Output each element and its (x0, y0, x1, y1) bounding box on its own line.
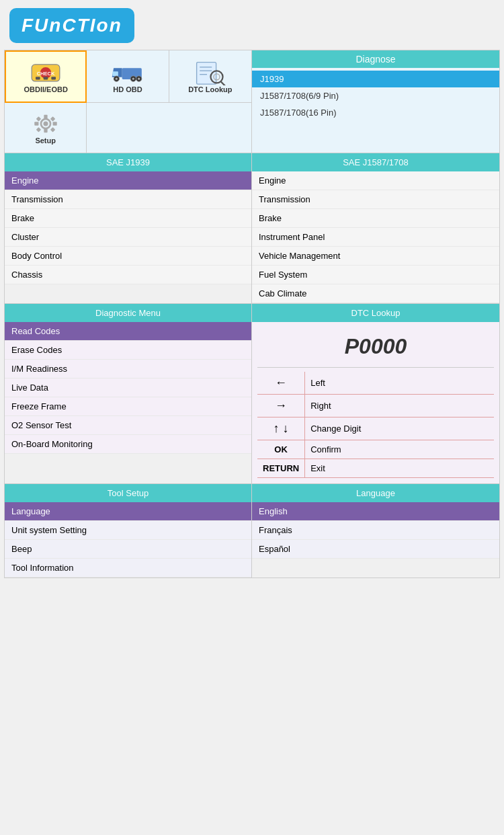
sae-j1939-header: SAE J1939 (5, 153, 251, 171)
svg-rect-27 (52, 122, 56, 125)
dtc-lookup-col: DTC Lookup P0000 ← Left → Right ↑ ↓ Chan… (252, 304, 499, 483)
diagnostic-menu-header: Diagnostic Menu (5, 304, 251, 322)
sae-j1939-bodycontrol[interactable]: Body Control (5, 247, 251, 266)
dtc-key-right: → Right (257, 395, 494, 418)
diag-live-data[interactable]: Live Data (5, 379, 251, 397)
sae-j1587-header: SAE J1587/1708 (252, 153, 499, 171)
diag-dtc-grid: Diagnostic Menu Read Codes Erase Codes I… (5, 304, 499, 484)
sae-j1939-transmission[interactable]: Transmission (5, 190, 251, 209)
dtc-panel: P0000 ← Left → Right ↑ ↓ Change Digit (252, 322, 499, 483)
dtc-key-updown-action: Change Digit (305, 418, 494, 440)
language-header: Language (252, 484, 499, 502)
svg-rect-31 (50, 127, 54, 132)
sae-j1939-brake[interactable]: Brake (5, 209, 251, 228)
svg-rect-8 (112, 71, 118, 76)
diag-erase-codes[interactable]: Erase Codes (5, 341, 251, 360)
sae-j1587-col: SAE J1587/1708 Engine Transmission Brake… (252, 153, 499, 303)
svg-point-10 (116, 77, 118, 79)
dtc-key-return-action: Exit (305, 459, 494, 478)
updown-arrow-icon: ↑ ↓ (274, 422, 289, 435)
svg-point-23 (43, 121, 48, 126)
diagnose-item-j1587-69[interactable]: J1587/1708(6/9 Pin) (252, 87, 499, 104)
tool-setup-col: Tool Setup Language Unit system Setting … (5, 484, 252, 578)
hdobd-label: HD OBD (113, 85, 142, 93)
diagnostic-menu-col: Diagnostic Menu Read Codes Erase Codes I… (5, 304, 252, 483)
svg-rect-3 (36, 77, 40, 79)
obdii-label: OBDII/EOBD (24, 85, 67, 93)
sae-j1587-fuelsystem[interactable]: Fuel System (252, 266, 499, 284)
dtclookup-label: DTC Lookup (188, 85, 232, 93)
diag-freeze-frame[interactable]: Freeze Frame (5, 397, 251, 416)
lang-espanol[interactable]: Español (252, 540, 499, 559)
tool-lang-grid: Tool Setup Language Unit system Setting … (5, 484, 499, 578)
svg-point-14 (138, 77, 140, 79)
sae-j1939-cluster[interactable]: Cluster (5, 228, 251, 247)
hdobd-icon-cell[interactable]: HD OBD (87, 50, 169, 103)
tool-setup-header: Tool Setup (5, 484, 251, 502)
dtc-key-table: ← Left → Right ↑ ↓ Change Digit OK Confi… (257, 372, 494, 478)
sae-grid: SAE J1939 Engine Transmission Brake Clus… (5, 153, 499, 304)
dtclookup-icon (194, 60, 227, 85)
hdobd-icon (111, 60, 144, 85)
svg-rect-25 (44, 128, 47, 132)
obdii-icon: CHECK (29, 60, 62, 85)
main-grid: CHECK OBDII/EOBD HD OBD (4, 50, 500, 578)
svg-rect-28 (36, 116, 40, 121)
lang-francais[interactable]: Français (252, 521, 499, 540)
dtc-lookup-header: DTC Lookup (252, 304, 499, 322)
sae-j1587-engine[interactable]: Engine (252, 171, 499, 190)
sae-j1587-transmission[interactable]: Transmission (252, 190, 499, 209)
app-title: FUnCTIon (22, 15, 122, 36)
svg-rect-24 (44, 115, 47, 119)
svg-rect-5 (51, 77, 56, 79)
right-arrow-icon: → (275, 399, 287, 412)
tool-language[interactable]: Language (5, 502, 251, 521)
dtc-key-right-key: → (257, 395, 305, 418)
diagnose-list: J1939 J1587/1708(6/9 Pin) J1587/1708(16 … (252, 68, 499, 124)
sae-j1939-chassis[interactable]: Chassis (5, 266, 251, 284)
svg-rect-26 (34, 122, 38, 125)
dtc-key-return: RETURN Exit (257, 459, 494, 478)
diagnose-header: Diagnose (252, 50, 499, 68)
svg-rect-29 (50, 116, 54, 121)
icons-section: CHECK OBDII/EOBD HD OBD (5, 50, 252, 153)
function-logo: FUnCTIon (9, 8, 134, 43)
dtc-key-updown: ↑ ↓ Change Digit (257, 418, 494, 440)
dtc-key-return-key: RETURN (257, 459, 305, 478)
sae-j1587-instrumentpanel[interactable]: Instrument Panel (252, 228, 499, 247)
diagnose-item-j1587-16[interactable]: J1587/1708(16 Pin) (252, 104, 499, 121)
tool-unit-system[interactable]: Unit system Setting (5, 521, 251, 540)
sae-j1939-engine[interactable]: Engine (5, 171, 251, 190)
language-col: Language English Français Español (252, 484, 499, 578)
setup-label: Setup (35, 136, 56, 145)
svg-point-12 (132, 77, 134, 79)
sae-j1587-cabclimate[interactable]: Cab Climate (252, 284, 499, 303)
setup-icon-cell[interactable]: Setup (5, 103, 87, 153)
tool-information[interactable]: Tool Information (5, 559, 251, 578)
sae-j1587-brake[interactable]: Brake (252, 209, 499, 228)
svg-rect-4 (44, 77, 48, 79)
dtc-key-ok-key: OK (257, 440, 305, 459)
dtc-key-ok-action: Confirm (305, 440, 494, 459)
left-arrow-icon: ← (275, 376, 287, 389)
lang-english[interactable]: English (252, 502, 499, 521)
diagnose-item-j1939[interactable]: J1939 (252, 71, 499, 87)
diag-o2-sensor[interactable]: O2 Sensor Test (5, 416, 251, 435)
dtc-key-left: ← Left (257, 372, 494, 395)
sae-j1939-col: SAE J1939 Engine Transmission Brake Clus… (5, 153, 252, 303)
svg-rect-30 (36, 127, 40, 132)
dtc-key-left-action: Left (305, 372, 494, 395)
dtclookup-icon-cell[interactable]: DTC Lookup (169, 50, 251, 103)
dtc-code-display[interactable]: P0000 (257, 327, 494, 368)
header: FUnCTIon (0, 0, 504, 50)
diag-onboard-monitoring[interactable]: On-Board Monitoring (5, 435, 251, 454)
dtc-key-updown-key: ↑ ↓ (257, 418, 305, 440)
tool-beep[interactable]: Beep (5, 540, 251, 559)
diag-read-codes[interactable]: Read Codes (5, 322, 251, 341)
setup-icon (31, 111, 60, 136)
dtc-key-left-key: ← (257, 372, 305, 395)
diag-im-readiness[interactable]: I/M Readiness (5, 360, 251, 379)
sae-j1587-vehiclemanagement[interactable]: Vehicle Management (252, 247, 499, 266)
obdii-icon-cell[interactable]: CHECK OBDII/EOBD (5, 50, 87, 103)
diagnose-section: Diagnose J1939 J1587/1708(6/9 Pin) J1587… (252, 50, 499, 153)
